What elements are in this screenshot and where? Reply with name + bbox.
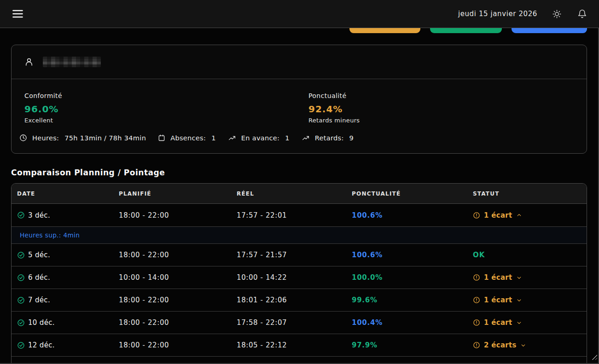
col-header-reel: RÉEL — [237, 191, 352, 197]
status-cell[interactable]: 1 écart — [473, 211, 587, 220]
punctuality-cell: 100.6% — [352, 251, 473, 259]
current-date: jeudi 15 janvier 2026 — [458, 10, 537, 18]
main-content: Conformité 96.0% Excellent Ponctualité 9… — [0, 45, 599, 364]
notifications-button[interactable] — [576, 8, 588, 20]
stat-caption: Excellent — [24, 117, 308, 124]
table-row-group: 6 déc. 10:00 - 14:00 10:00 - 14:22 100.0… — [12, 266, 587, 289]
chevron-down-icon — [516, 275, 522, 281]
calendar-icon — [158, 134, 165, 142]
check-circle-icon — [17, 211, 25, 219]
summary-row: Heures: 75h 13min / 78h 34min Absences: … — [12, 124, 587, 153]
date-cell: 6 déc. — [17, 273, 119, 282]
date-cell: 7 déc. — [17, 296, 119, 304]
hamburger-menu-button[interactable] — [11, 8, 24, 20]
row-detail: Heures sup.: 4min — [12, 226, 587, 243]
bell-icon — [577, 9, 587, 19]
punctuality-cell: 99.6% — [352, 296, 473, 304]
summary-early: En avance: 1 — [228, 134, 290, 142]
table-row[interactable]: 7 déc. 18:00 - 22:00 18:01 - 22:06 99.6%… — [12, 289, 587, 311]
alert-circle-icon — [473, 341, 480, 349]
date-cell: 3 déc. — [17, 211, 119, 220]
actual-cell: 10:00 - 14:22 — [237, 273, 352, 282]
col-header-ponctualite: PONCTUALITÉ — [352, 191, 473, 197]
planned-cell: 10:00 - 14:00 — [119, 273, 237, 282]
date-cell: 5 déc. — [17, 251, 119, 259]
punctuality-cell: 100.6% — [352, 211, 473, 220]
alert-circle-icon — [473, 274, 480, 281]
summary-value: 75h 13min / 78h 34min — [64, 134, 146, 142]
punctuality-cell: 97.9% — [352, 341, 473, 349]
date-cell: 10 déc. — [17, 318, 119, 327]
section-title: Comparaison Planning / Pointage — [11, 168, 587, 177]
alert-circle-icon — [473, 296, 480, 304]
status-cell[interactable]: 1 écart — [473, 318, 587, 327]
punctuality-cell: 100.4% — [352, 318, 473, 327]
chevron-down-icon — [520, 342, 526, 348]
stat-caption: Retards mineurs — [308, 117, 574, 124]
planned-cell: 18:00 - 22:00 — [119, 251, 237, 259]
table-row[interactable]: 12 déc. 18:00 - 22:00 18:05 - 22:12 97.9… — [12, 334, 587, 356]
stat-label: Conformité — [24, 92, 308, 99]
table-row-group: 7 déc. 18:00 - 22:00 18:01 - 22:06 99.6%… — [12, 289, 587, 311]
table-row[interactable]: 3 déc. 18:00 - 22:00 17:57 - 22:01 100.6… — [12, 204, 587, 226]
date-cell: 12 déc. — [17, 341, 119, 349]
chevron-up-icon — [516, 212, 522, 218]
stat-value: 92.4% — [308, 104, 574, 115]
stat-label: Ponctualité — [308, 92, 574, 99]
check-circle-icon — [17, 319, 25, 327]
status-cell[interactable]: 2 écarts — [473, 341, 587, 349]
col-header-statut: STATUT — [473, 191, 587, 197]
table-body: 3 déc. 18:00 - 22:00 17:57 - 22:01 100.6… — [12, 204, 587, 364]
table-row[interactable]: 6 déc. 10:00 - 14:00 10:00 - 14:22 100.0… — [12, 266, 587, 289]
summary-hours: Heures: 75h 13min / 78h 34min — [19, 134, 146, 142]
status-label: 1 écart — [484, 273, 512, 282]
actual-cell: 18:05 - 22:12 — [237, 341, 352, 349]
check-circle-icon — [17, 274, 25, 282]
table-row-group: 12 déc. 18:00 - 22:00 18:05 - 22:12 97.9… — [12, 334, 587, 356]
trending-up-icon — [228, 134, 236, 142]
employee-name-redacted — [43, 57, 101, 67]
status-label: 1 écart — [484, 296, 512, 304]
col-header-date: DATE — [17, 191, 119, 197]
summary-value: 1 — [285, 134, 290, 142]
planned-cell: 18:00 - 22:00 — [119, 296, 237, 304]
col-header-planifie: PLANIFIÉ — [119, 191, 237, 197]
planned-cell: 18:00 - 22:00 — [119, 211, 237, 220]
actual-cell: 17:57 - 22:01 — [237, 211, 352, 220]
status-cell[interactable]: 1 écart — [473, 296, 587, 304]
sun-icon — [552, 9, 562, 19]
stat-value: 96.0% — [24, 104, 308, 115]
stat-conformite: Conformité 96.0% Excellent — [24, 92, 308, 124]
comparison-table: DATE PLANIFIÉ RÉEL PONCTUALITÉ STATUT 3 … — [11, 183, 587, 364]
table-row-group: 3 déc. 18:00 - 22:00 17:57 - 22:01 100.6… — [12, 204, 587, 243]
table-row[interactable]: 5 déc. 18:00 - 22:00 17:57 - 21:57 100.6… — [12, 243, 587, 266]
date-label: 12 déc. — [28, 341, 55, 349]
status-label: 1 écart — [484, 211, 512, 220]
topbar: jeudi 15 janvier 2026 — [0, 0, 599, 28]
summary-label: En avance: — [241, 134, 279, 142]
date-label: 5 déc. — [28, 251, 50, 259]
date-label: 7 déc. — [28, 296, 50, 304]
table-row[interactable]: 10 déc. 18:00 - 22:00 17:58 - 22:07 100.… — [12, 311, 587, 334]
actual-cell: 18:01 - 22:06 — [237, 296, 352, 304]
status-cell[interactable]: 1 écart — [473, 273, 587, 282]
planned-cell: 18:00 - 22:00 — [119, 318, 237, 327]
summary-value: 9 — [349, 134, 354, 142]
summary-label: Heures: — [32, 134, 59, 142]
alert-circle-icon — [473, 212, 480, 219]
status-label: 2 écarts — [484, 341, 517, 349]
summary-value: 1 — [211, 134, 216, 142]
actual-cell: 17:57 - 21:57 — [237, 251, 352, 259]
theme-toggle-button[interactable] — [551, 8, 563, 20]
employee-card-header — [12, 45, 587, 79]
check-circle-icon — [17, 341, 25, 349]
check-circle-icon — [17, 251, 25, 259]
actual-cell: 17:58 - 22:07 — [237, 318, 352, 327]
table-row-group: 10 déc. 18:00 - 22:00 17:58 - 22:07 100.… — [12, 311, 587, 334]
status-cell[interactable]: OK — [473, 251, 587, 259]
clock-icon — [19, 134, 27, 142]
overtime-note: Heures sup.: 4min — [20, 231, 80, 239]
date-label: 10 déc. — [28, 318, 55, 327]
stat-ponctualite: Ponctualité 92.4% Retards mineurs — [308, 92, 574, 124]
user-icon — [24, 57, 34, 67]
